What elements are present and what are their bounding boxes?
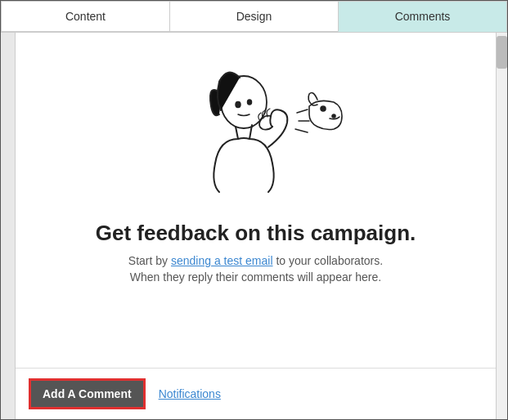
tab-comments[interactable]: Comments bbox=[338, 1, 507, 32]
subtext-line1: Start by sending a test email to your co… bbox=[128, 254, 383, 267]
tab-bar: Content Design Comments bbox=[1, 1, 507, 33]
svg-point-4 bbox=[321, 106, 326, 111]
footer-bar: Add A Comment Notifications bbox=[16, 368, 496, 419]
tab-content[interactable]: Content bbox=[1, 1, 169, 32]
scrollbar[interactable] bbox=[496, 33, 507, 419]
scrollbar-thumb[interactable] bbox=[497, 36, 507, 69]
svg-point-2 bbox=[247, 100, 251, 105]
test-email-link[interactable]: sending a test email bbox=[171, 254, 273, 267]
main-area: Get feedback on this campaign. Start by … bbox=[1, 33, 507, 419]
subtext-line2: When they reply their comments will appe… bbox=[130, 270, 381, 284]
feedback-headline: Get feedback on this campaign. bbox=[96, 221, 416, 246]
svg-point-1 bbox=[236, 102, 241, 108]
add-comment-button[interactable]: Add A Comment bbox=[29, 378, 146, 409]
left-strip bbox=[1, 33, 16, 419]
tab-design[interactable]: Design bbox=[169, 1, 338, 32]
app-window: Content Design Comments bbox=[0, 0, 508, 420]
feedback-illustration bbox=[166, 57, 346, 204]
content-pane: Get feedback on this campaign. Start by … bbox=[16, 33, 496, 419]
svg-point-3 bbox=[332, 114, 335, 118]
notifications-link[interactable]: Notifications bbox=[159, 387, 221, 400]
scroll-area: Get feedback on this campaign. Start by … bbox=[16, 33, 496, 368]
